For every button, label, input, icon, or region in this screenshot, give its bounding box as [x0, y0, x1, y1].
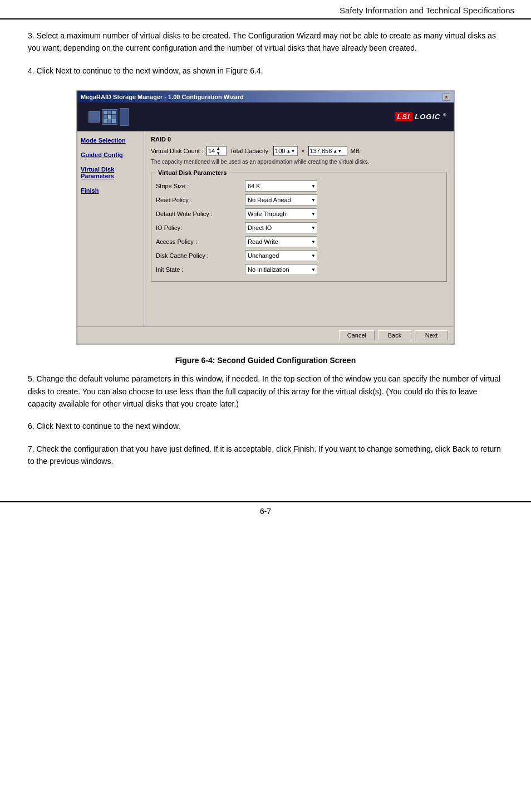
raid-note: The capacity mentioned will be used as a… [151, 158, 447, 166]
stripe-select[interactable]: 64 K [245, 180, 317, 192]
read-policy-select[interactable]: No Read Ahead [245, 194, 317, 206]
sidebar-item-mode-selection[interactable]: Mode Selection [81, 137, 140, 144]
sidebar-item-virtual-disk-params[interactable]: Virtual Disk Parameters [81, 166, 140, 179]
header-title: Safety Information and Technical Specifi… [340, 6, 514, 15]
stripe-select-wrapper: 64 K [245, 180, 317, 192]
figure-container: MegaRAID Storage Manager - 1.00 Configur… [76, 90, 455, 345]
page-content: 3. Select a maximum number of virtual di… [0, 30, 531, 468]
sidebar: Mode Selection Guided Config Virtual Dis… [77, 131, 144, 326]
init-state-select-wrapper: No Initialization [245, 264, 317, 275]
paragraph-4: 4. Click Next to continue to the next wi… [28, 65, 503, 77]
disk-count-label: Virtual Disk Count : [151, 148, 203, 154]
main-area: RAID 0 Virtual Disk Count : 14 ▲▼ Total … [144, 131, 454, 326]
page-header: Safety Information and Technical Specifi… [0, 0, 531, 19]
back-button[interactable]: Back [378, 330, 411, 340]
window: MegaRAID Storage Manager - 1.00 Configur… [77, 91, 454, 344]
next-button[interactable]: Next [415, 330, 448, 340]
read-policy-label: Read Policy : [156, 197, 245, 203]
param-row-io-policy: IO Policy: Direct IO [156, 222, 442, 233]
access-policy-select-wrapper: Read Write [245, 236, 317, 247]
param-row-read-policy: Read Policy : No Read Ahead [156, 194, 442, 206]
figure-caption: Figure 6-4: Second Guided Configuration … [28, 350, 503, 373]
write-policy-select[interactable]: Write Through [245, 208, 317, 219]
raid-label: RAID 0 [151, 136, 447, 143]
param-row-disk-cache: Disk Cache Policy : Unchanged [156, 250, 442, 261]
access-policy-select[interactable]: Read Write [245, 236, 317, 247]
params-legend: Virtual Disk Parameters [156, 169, 229, 176]
write-policy-label: Default Write Policy : [156, 211, 245, 217]
paragraph-7: 7. Check the configuration that you have… [28, 443, 503, 468]
init-state-label: Init State : [156, 266, 245, 273]
capacity-spinbox[interactable]: 100 ▲▼ [273, 146, 298, 156]
stripe-label: Stripe Size : [156, 183, 245, 189]
cancel-button[interactable]: Cancel [339, 330, 375, 340]
capacity-value-spinbox[interactable]: 137,856 ▲▼ [308, 146, 347, 156]
window-title: MegaRAID Storage Manager - 1.00 Configur… [81, 94, 244, 100]
window-footer: Cancel Back Next [77, 326, 454, 344]
io-policy-label: IO Policy: [156, 224, 245, 231]
params-fieldset: Virtual Disk Parameters Stripe Size : 64… [151, 169, 447, 282]
paragraph-3: 3. Select a maximum number of virtual di… [28, 30, 503, 55]
window-titlebar: MegaRAID Storage Manager - 1.00 Configur… [77, 91, 454, 102]
param-row-stripe: Stripe Size : 64 K [156, 180, 442, 192]
param-row-init-state: Init State : No Initialization [156, 264, 442, 275]
banner-inner: LSI LOGIC ® [84, 108, 447, 126]
sidebar-item-guided-config[interactable]: Guided Config [81, 151, 140, 158]
write-policy-select-wrapper: Write Through [245, 208, 317, 219]
disk-cache-select[interactable]: Unchanged [245, 250, 317, 261]
sidebar-item-finish[interactable]: Finish [81, 187, 140, 194]
init-state-select[interactable]: No Initialization [245, 264, 317, 275]
logic-text: LOGIC [415, 112, 440, 121]
page-number: 6-7 [260, 507, 271, 516]
banner-logo: LSI LOGIC ® [395, 112, 447, 121]
window-banner: LSI LOGIC ® [77, 102, 454, 131]
capacity-x: × [301, 148, 304, 154]
paragraph-6: 6. Click Next to continue to the next wi… [28, 420, 503, 432]
raid-row: Virtual Disk Count : 14 ▲▼ Total Capacit… [151, 146, 447, 156]
param-row-access-policy: Access Policy : Read Write [156, 236, 442, 247]
disk-count-spinbox[interactable]: 14 ▲▼ [206, 146, 227, 156]
banner-decorative [84, 108, 395, 126]
window-body: Mode Selection Guided Config Virtual Dis… [77, 131, 454, 326]
disk-cache-select-wrapper: Unchanged [245, 250, 317, 261]
read-policy-select-wrapper: No Read Ahead [245, 194, 317, 206]
io-policy-select[interactable]: Direct IO [245, 222, 317, 233]
close-button[interactable]: × [442, 93, 450, 101]
paragraph-5: 5. Change the default volume parameters … [28, 373, 503, 410]
capacity-unit: MB [351, 148, 360, 154]
access-policy-label: Access Policy : [156, 238, 245, 245]
page-footer: 6-7 [0, 501, 531, 516]
param-row-write-policy: Default Write Policy : Write Through [156, 208, 442, 219]
io-policy-select-wrapper: Direct IO [245, 222, 317, 233]
capacity-label: Total Capacity: [230, 148, 270, 154]
lsi-text: LSI [395, 112, 412, 121]
disk-cache-label: Disk Cache Policy : [156, 252, 245, 259]
